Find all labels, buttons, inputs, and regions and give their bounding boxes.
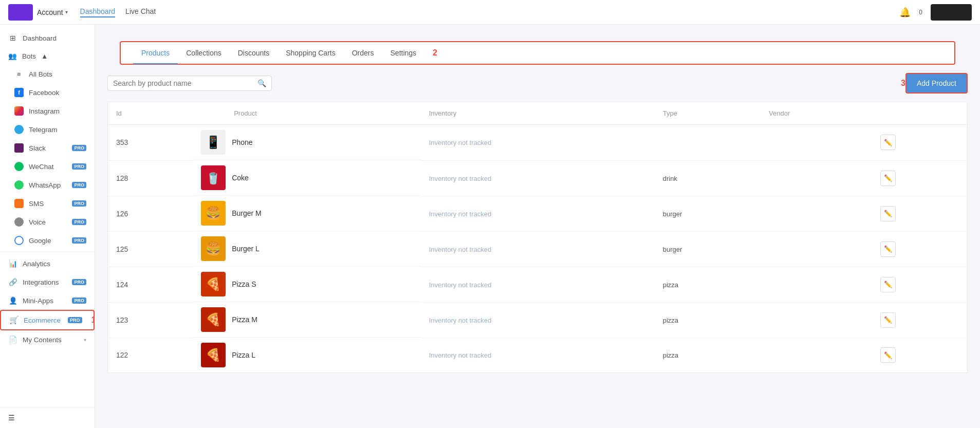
col-vendor: Vendor xyxy=(761,102,872,125)
sidebar-item-google[interactable]: Google PRO xyxy=(0,231,95,250)
google-pro-badge: PRO xyxy=(72,237,86,244)
sidebar-item-facebook[interactable]: f Facebook xyxy=(0,83,95,102)
toolbar: 🔍 3 Add Product xyxy=(95,65,980,102)
sidebar-item-telegram[interactable]: Telegram xyxy=(0,120,95,139)
account-label: Account xyxy=(37,8,63,16)
sidebar-label-slack: Slack xyxy=(29,144,65,152)
table-header: Id Product Inventory Type Vendor xyxy=(108,102,968,125)
sidebar-item-sms[interactable]: SMS PRO xyxy=(0,194,95,213)
cell-type: pizza xyxy=(655,338,761,373)
sidebar-label-integrations: Integrations xyxy=(23,278,65,286)
edit-button[interactable]: ✏️ xyxy=(880,347,896,363)
cell-actions: ✏️ xyxy=(872,338,967,373)
search-icon[interactable]: 🔍 xyxy=(257,79,266,87)
sidebar-item-ecommerce[interactable]: 🛒 Ecommerce PRO 1 xyxy=(0,310,95,330)
wechat-pro-badge: PRO xyxy=(72,163,86,170)
sidebar-bots-section[interactable]: 👥 Bots ▲ xyxy=(0,47,95,65)
product-name: Burger M xyxy=(232,209,262,217)
edit-button[interactable]: ✏️ xyxy=(880,312,896,328)
cell-vendor xyxy=(761,125,872,161)
sidebar-label-all-bots: All Bots xyxy=(29,70,86,78)
tab-shopping-carts[interactable]: Shopping Carts xyxy=(278,43,344,64)
telegram-icon xyxy=(14,125,24,134)
sidebar-section-main: ⊞ Dashboard 👥 Bots ▲ ≡ All Bots f Facebo… xyxy=(0,25,95,353)
table-row: 123 🍕 Pizza M Inventory not tracked pizz… xyxy=(108,302,968,338)
cell-actions: ✏️ xyxy=(872,160,967,196)
cell-inventory: Inventory not tracked xyxy=(421,125,655,161)
tab-settings[interactable]: Settings xyxy=(382,43,425,64)
nav-livechat[interactable]: Live Chat xyxy=(125,7,156,17)
voice-icon xyxy=(14,217,24,227)
mini-apps-icon: 👤 xyxy=(8,296,17,305)
sidebar-item-instagram[interactable]: Instagram xyxy=(0,102,95,120)
cell-vendor xyxy=(761,338,872,373)
cell-type: pizza xyxy=(655,302,761,338)
sidebar-item-slack[interactable]: Slack PRO xyxy=(0,139,95,157)
analytics-icon: 📊 xyxy=(8,259,17,268)
edit-button[interactable]: ✏️ xyxy=(880,206,896,221)
google-icon xyxy=(14,236,24,245)
search-box[interactable]: 🔍 xyxy=(107,76,272,91)
logo xyxy=(8,4,33,21)
whatsapp-pro-badge: PRO xyxy=(72,182,86,188)
edit-button[interactable]: ✏️ xyxy=(880,171,896,186)
edit-button[interactable]: ✏️ xyxy=(880,135,896,150)
user-avatar[interactable] xyxy=(931,4,972,21)
cell-vendor xyxy=(761,267,872,302)
sidebar-label-bots: Bots xyxy=(22,52,36,60)
add-product-button[interactable]: Add Product xyxy=(905,73,968,94)
slack-pro-badge: PRO xyxy=(72,145,86,151)
toolbar-right: 3 Add Product xyxy=(897,73,968,94)
cell-type: burger xyxy=(655,196,761,231)
sidebar-item-all-bots[interactable]: ≡ All Bots xyxy=(0,65,95,83)
list-icon: ≡ xyxy=(14,69,24,79)
sms-pro-badge: PRO xyxy=(72,200,86,207)
search-input[interactable] xyxy=(113,79,257,87)
sidebar: ⊞ Dashboard 👥 Bots ▲ ≡ All Bots f Facebo… xyxy=(0,25,95,428)
sidebar-label-instagram: Instagram xyxy=(29,107,86,115)
sidebar-item-wechat[interactable]: WeChat PRO xyxy=(0,157,95,176)
sidebar-item-my-contents[interactable]: 📄 My Contents ▾ xyxy=(0,330,95,349)
sidebar-hamburger[interactable]: ☰ xyxy=(0,407,95,428)
sidebar-label-google: Google xyxy=(29,237,65,245)
product-name: Burger L xyxy=(232,245,260,253)
cell-product: 🍔 Burger M xyxy=(193,196,421,231)
col-product: Product xyxy=(193,102,421,125)
cell-inventory: Inventory not tracked xyxy=(421,196,655,231)
instagram-icon xyxy=(14,106,24,116)
tab-products[interactable]: Products xyxy=(133,43,178,64)
cell-inventory: Inventory not tracked xyxy=(421,267,655,302)
tab-collections[interactable]: Collections xyxy=(178,43,229,64)
cell-id: 122 xyxy=(108,338,193,373)
tabs-bar: Products Collections Discounts Shopping … xyxy=(120,41,955,65)
product-image: 🍔 xyxy=(201,236,226,261)
sidebar-item-analytics[interactable]: 📊 Analytics xyxy=(0,254,95,273)
tab-discounts[interactable]: Discounts xyxy=(230,43,278,64)
sidebar-label-wechat: WeChat xyxy=(29,163,65,171)
account-chevron: ▾ xyxy=(65,9,68,15)
product-image: 🥤 xyxy=(201,165,226,190)
whatsapp-icon xyxy=(14,180,24,190)
sidebar-item-integrations[interactable]: 🔗 Integrations PRO xyxy=(0,273,95,291)
cell-id: 125 xyxy=(108,231,193,267)
bell-icon[interactable]: 🔔 xyxy=(899,7,911,18)
cell-actions: ✏️ xyxy=(872,196,967,231)
sidebar-item-dashboard[interactable]: ⊞ Dashboard xyxy=(0,29,95,47)
cell-actions: ✏️ xyxy=(872,231,967,267)
nav-dashboard[interactable]: Dashboard xyxy=(80,7,116,17)
col-id: Id xyxy=(108,102,193,125)
tab-orders[interactable]: Orders xyxy=(344,43,382,64)
edit-button[interactable]: ✏️ xyxy=(880,241,896,257)
sms-icon xyxy=(14,199,24,208)
integrations-icon: 🔗 xyxy=(8,277,17,287)
sidebar-label-mini-apps: Mini-Apps xyxy=(23,297,65,305)
table-body: 353 📱 Phone Inventory not tracked ✏️ 128… xyxy=(108,125,968,373)
sidebar-item-whatsapp[interactable]: WhatsApp PRO xyxy=(0,176,95,194)
cell-id: 128 xyxy=(108,160,193,196)
sidebar-item-voice[interactable]: Voice PRO xyxy=(0,213,95,231)
product-name: Pizza L xyxy=(232,351,255,359)
edit-button[interactable]: ✏️ xyxy=(880,277,896,292)
product-image: 🍔 xyxy=(201,201,226,226)
account-menu[interactable]: Account ▾ xyxy=(37,8,68,16)
sidebar-item-mini-apps[interactable]: 👤 Mini-Apps PRO xyxy=(0,291,95,310)
